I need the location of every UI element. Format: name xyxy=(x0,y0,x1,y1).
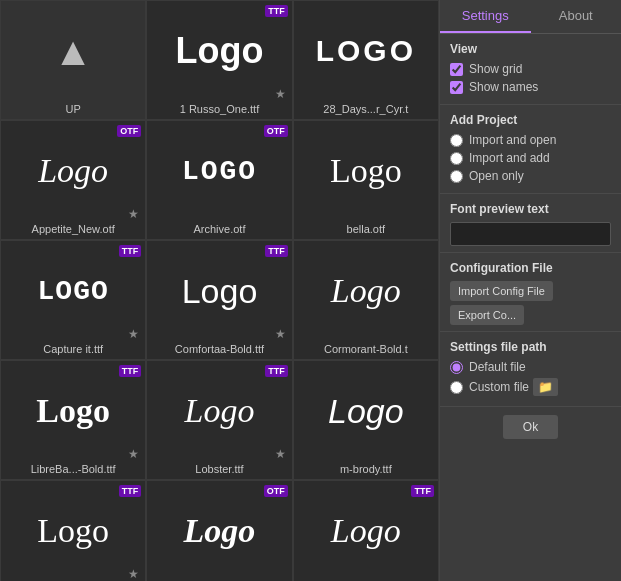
font-cell-up[interactable]: ▲UP xyxy=(0,0,146,120)
settings-file-title: Settings file path xyxy=(450,340,611,354)
import-add-radio[interactable] xyxy=(450,152,463,165)
custom-file-row: Custom file 📁 xyxy=(450,378,611,396)
star-icon-appetite: ★ xyxy=(128,207,139,221)
font-label-mbrody: m-brody.ttf xyxy=(336,461,396,479)
ok-button[interactable]: Ok xyxy=(503,415,558,439)
browse-folder-button[interactable]: 📁 xyxy=(533,378,558,396)
font-grid: ▲UPTTFLogo1 Russo_One.ttf★LOGO28_Days...… xyxy=(0,0,440,581)
import-open-row: Import and open xyxy=(450,133,611,147)
show-grid-label[interactable]: Show grid xyxy=(469,62,522,76)
font-cell-days[interactable]: LOGO28_Days...r_Cyr.t xyxy=(293,0,439,120)
show-names-checkbox[interactable] xyxy=(450,81,463,94)
font-label-appetite: Appetite_New.otf xyxy=(28,221,119,239)
font-cell-pacific[interactable]: TTFLogoPacific...gular.ttf xyxy=(293,480,439,581)
add-project-title: Add Project xyxy=(450,113,611,127)
badge-comfortaa: TTF xyxy=(265,245,288,257)
font-preview-days: LOGO xyxy=(294,1,438,101)
badge-capture: TTF xyxy=(119,245,142,257)
default-file-row: Default file xyxy=(450,360,611,374)
show-grid-row: Show grid xyxy=(450,62,611,76)
export-config-button[interactable]: Export Co... xyxy=(450,305,524,325)
badge-oranienbaum: TTF xyxy=(119,485,142,497)
star-icon-libre: ★ xyxy=(128,447,139,461)
open-only-label[interactable]: Open only xyxy=(469,169,524,183)
font-cell-otrada[interactable]: OTFLogootrada.otf xyxy=(146,480,292,581)
tab-about[interactable]: About xyxy=(531,0,622,33)
font-label-lobster: Lobster.ttf xyxy=(191,461,247,479)
font-cell-archive[interactable]: OTFLOGOArchive.otf xyxy=(146,120,292,240)
font-label-archive: Archive.otf xyxy=(190,221,250,239)
settings-file-section: Settings file path Default file Custom f… xyxy=(440,332,621,407)
custom-file-label[interactable]: Custom file xyxy=(469,380,529,394)
font-cell-bella[interactable]: Logobella.otf xyxy=(293,120,439,240)
font-preview-section: Font preview text xyxy=(440,194,621,253)
font-cell-appetite[interactable]: OTFLogoAppetite_New.otf★ xyxy=(0,120,146,240)
tab-settings[interactable]: Settings xyxy=(440,0,531,33)
import-open-label[interactable]: Import and open xyxy=(469,133,556,147)
font-label-libre: LibreBa...-Bold.ttf xyxy=(27,461,120,479)
custom-file-radio[interactable] xyxy=(450,381,463,394)
settings-panel: Settings About View Show grid Show names… xyxy=(440,0,621,581)
font-preview-title: Font preview text xyxy=(450,202,611,216)
font-preview-input[interactable] xyxy=(450,222,611,246)
font-preview-mbrody: Logo xyxy=(294,361,438,461)
import-add-label[interactable]: Import and add xyxy=(469,151,550,165)
open-only-row: Open only xyxy=(450,169,611,183)
font-label-cormorant: Cormorant-Bold.t xyxy=(320,341,412,359)
show-names-row: Show names xyxy=(450,80,611,94)
font-cell-libre[interactable]: TTFLogoLibreBa...-Bold.ttf★ xyxy=(0,360,146,480)
badge-russo: TTF xyxy=(265,5,288,17)
font-cell-capture[interactable]: TTFLOGOCapture it.ttf★ xyxy=(0,240,146,360)
star-icon-comfortaa: ★ xyxy=(275,327,286,341)
font-preview-cormorant: Logo xyxy=(294,241,438,341)
open-only-radio[interactable] xyxy=(450,170,463,183)
badge-libre: TTF xyxy=(119,365,142,377)
star-icon-oranienbaum: ★ xyxy=(128,567,139,581)
badge-archive: OTF xyxy=(264,125,288,137)
default-file-label[interactable]: Default file xyxy=(469,360,526,374)
font-cell-lobster[interactable]: TTFLogoLobster.ttf★ xyxy=(146,360,292,480)
font-cell-cormorant[interactable]: LogoCormorant-Bold.t xyxy=(293,240,439,360)
badge-otrada: OTF xyxy=(264,485,288,497)
font-label-comfortaa: Comfortaa-Bold.ttf xyxy=(171,341,268,359)
font-preview-up: ▲ xyxy=(1,1,145,101)
default-file-radio[interactable] xyxy=(450,361,463,374)
badge-lobster: TTF xyxy=(265,365,288,377)
import-config-button[interactable]: Import Config File xyxy=(450,281,553,301)
font-label-bella: bella.otf xyxy=(343,221,390,239)
font-cell-russo[interactable]: TTFLogo1 Russo_One.ttf★ xyxy=(146,0,292,120)
config-file-title: Configuration File xyxy=(450,261,611,275)
add-project-section: Add Project Import and open Import and a… xyxy=(440,105,621,194)
view-section: View Show grid Show names xyxy=(440,34,621,105)
font-cell-mbrody[interactable]: Logom-brody.ttf xyxy=(293,360,439,480)
config-file-section: Configuration File Import Config File Ex… xyxy=(440,253,621,332)
show-grid-checkbox[interactable] xyxy=(450,63,463,76)
font-label-days: 28_Days...r_Cyr.t xyxy=(319,101,412,119)
badge-appetite: OTF xyxy=(117,125,141,137)
font-label-up: UP xyxy=(62,101,85,119)
panel-tabs: Settings About xyxy=(440,0,621,34)
view-title: View xyxy=(450,42,611,56)
show-names-label[interactable]: Show names xyxy=(469,80,538,94)
star-icon-lobster: ★ xyxy=(275,447,286,461)
font-label-russo: 1 Russo_One.ttf xyxy=(176,101,264,119)
font-cell-oranienbaum[interactable]: TTFLogoOranienbaum.ttf★ xyxy=(0,480,146,581)
font-preview-bella: Logo xyxy=(294,121,438,221)
font-cell-comfortaa[interactable]: TTFLogoComfortaa-Bold.ttf★ xyxy=(146,240,292,360)
font-label-capture: Capture it.ttf xyxy=(39,341,107,359)
import-add-row: Import and add xyxy=(450,151,611,165)
import-open-radio[interactable] xyxy=(450,134,463,147)
badge-pacific: TTF xyxy=(411,485,434,497)
star-icon-russo: ★ xyxy=(275,87,286,101)
star-icon-capture: ★ xyxy=(128,327,139,341)
config-btn-row: Import Config File Export Co... xyxy=(450,281,611,325)
